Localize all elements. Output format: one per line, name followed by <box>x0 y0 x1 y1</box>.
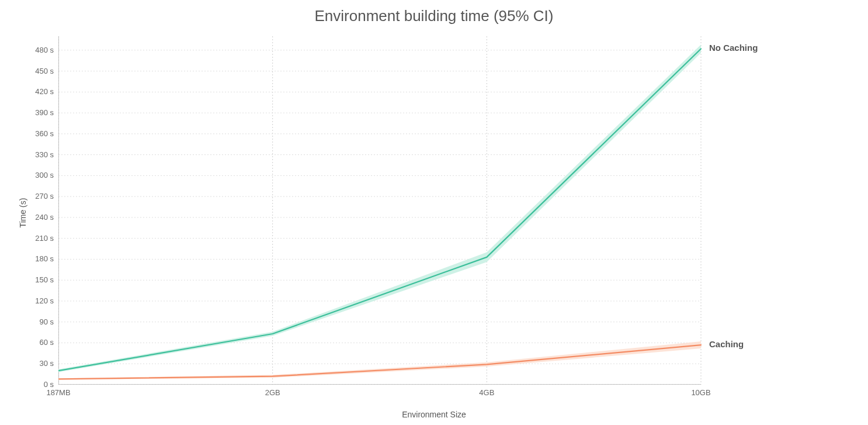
y-tick-label: 120 s <box>35 296 54 305</box>
x-tick-label: 2GB <box>265 388 280 397</box>
series-label: No Caching <box>709 43 758 53</box>
y-tick-label: 270 s <box>35 192 54 201</box>
y-tick-label: 60 s <box>39 338 54 347</box>
x-tick-label: 10GB <box>691 388 710 397</box>
y-tick-label: 240 s <box>35 213 54 222</box>
y-tick-label: 30 s <box>39 359 54 368</box>
y-tick-label: 390 s <box>35 108 54 117</box>
y-tick-label: 180 s <box>35 254 54 263</box>
y-tick-label: 210 s <box>35 234 54 243</box>
x-tick-label: 4GB <box>479 388 494 397</box>
y-tick-label: 480 s <box>35 46 54 54</box>
chart-title: Environment building time (95% CI) <box>0 7 868 25</box>
plot-svg <box>58 36 765 385</box>
x-axis-label: Environment Size <box>0 410 868 419</box>
y-tick-label: 0 s <box>44 380 54 389</box>
chart-container: Environment building time (95% CI) Time … <box>0 0 868 425</box>
y-axis-label: Time (s) <box>18 198 27 227</box>
y-tick-label: 330 s <box>35 150 54 159</box>
y-tick-label: 420 s <box>35 87 54 96</box>
y-tick-label: 360 s <box>35 129 54 138</box>
plot-area: 0 s30 s60 s90 s120 s150 s180 s210 s240 s… <box>58 36 765 385</box>
x-tick-label: 187MB <box>46 388 70 397</box>
series-label: Caching <box>709 339 744 349</box>
y-tick-label: 90 s <box>39 317 54 326</box>
y-tick-label: 450 s <box>35 67 54 75</box>
y-tick-label: 150 s <box>35 275 54 284</box>
y-tick-label: 300 s <box>35 171 54 179</box>
